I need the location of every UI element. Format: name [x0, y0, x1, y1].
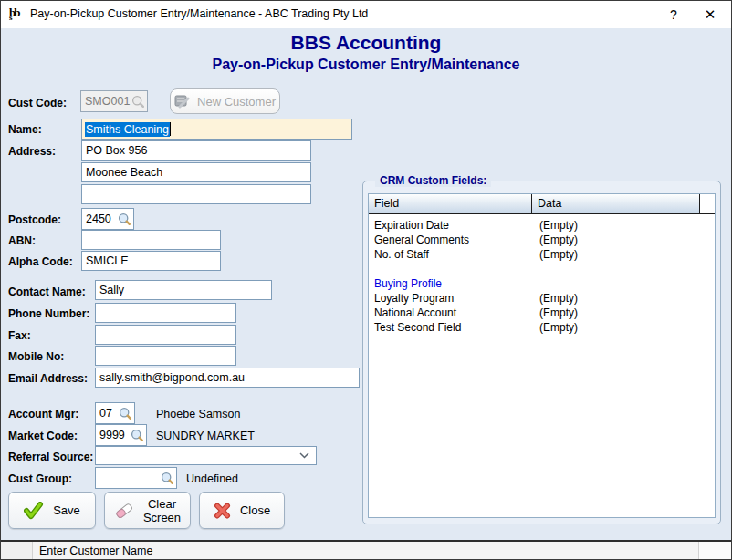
abn-input[interactable]	[81, 230, 221, 250]
crm-table-header: Field Data	[369, 194, 715, 214]
cust-code-label: Cust Code:	[8, 97, 67, 109]
phone-number-input[interactable]	[95, 303, 236, 323]
cust-group-label: Cust Group:	[8, 472, 72, 485]
phone-number-label: Phone Number:	[8, 307, 89, 320]
contact-name-input[interactable]	[95, 280, 272, 300]
email-address-label: Email Address:	[8, 372, 88, 385]
table-row-section-buying-profile[interactable]: Buying Profile	[369, 276, 715, 291]
close-x-icon	[214, 503, 231, 519]
market-code-field[interactable]: 9999	[95, 424, 147, 446]
mobile-no-input[interactable]	[95, 346, 236, 366]
titlebar: bb s Pay-on-Pickup Customer Entry/Mainte…	[1, 1, 731, 28]
eraser-icon	[114, 502, 134, 520]
crm-column-header-data: Data	[532, 194, 700, 213]
market-code-value: 9999	[99, 429, 125, 441]
abn-label: ABN:	[8, 234, 36, 247]
chevron-down-icon	[299, 452, 309, 459]
crm-custom-fields-title: CRM Custom Fields:	[375, 174, 491, 187]
postcode-label: Postcode:	[8, 213, 61, 226]
save-check-icon	[24, 502, 44, 520]
account-mgr-label: Account Mgr:	[8, 408, 78, 420]
cust-group-lookup-magnifier-icon[interactable]	[161, 472, 174, 485]
address-line2-input[interactable]	[81, 162, 311, 182]
alpha-code-input[interactable]	[81, 251, 221, 271]
crm-table-rows: Expiration Date(Empty) General Comments(…	[369, 218, 715, 335]
new-customer-label: New Customer	[197, 95, 276, 109]
account-mgr-display-name: Phoebe Samson	[156, 408, 240, 420]
name-input[interactable]: Smiths Cleaning	[81, 119, 352, 140]
table-row[interactable]: Loyalty Program(Empty)	[369, 291, 715, 306]
table-row[interactable]: Test Second Field(Empty)	[369, 320, 715, 335]
table-row[interactable]: No. of Staff(Empty)	[369, 247, 715, 262]
market-code-lookup-magnifier-icon[interactable]	[131, 429, 144, 442]
market-code-label: Market Code:	[8, 430, 78, 442]
referral-source-label: Referral Source:	[8, 451, 93, 463]
name-selected-text: Smiths Cleaning	[85, 122, 170, 137]
account-mgr-field[interactable]: 07	[95, 402, 135, 424]
name-label: Name:	[8, 123, 42, 136]
help-button[interactable]: ?	[656, 1, 691, 28]
fax-input[interactable]	[95, 325, 236, 345]
window-title: Pay-on-Pickup Customer Entry/Maintenance…	[30, 7, 368, 20]
new-customer-icon	[174, 94, 190, 109]
cust-group-display-name: Undefined	[186, 472, 238, 485]
postcode-lookup-magnifier-icon[interactable]	[118, 213, 131, 226]
cust-code-value: SMO001	[85, 95, 130, 108]
fax-label: Fax:	[8, 329, 31, 342]
crm-column-header-field: Field	[369, 194, 532, 213]
account-mgr-lookup-magnifier-icon[interactable]	[119, 407, 132, 420]
table-row[interactable]: General Comments(Empty)	[369, 233, 715, 247]
app-heading: BBS Accounting	[1, 32, 731, 54]
crm-custom-fields-table: Field Data Expiration Date(Empty) Genera…	[368, 193, 716, 518]
mobile-no-label: Mobile No:	[8, 350, 64, 363]
close-button[interactable]: Close	[199, 492, 285, 529]
clear-screen-button[interactable]: Clear Screen	[104, 492, 191, 529]
app-logo-icon: bb s	[8, 5, 26, 24]
referral-source-dropdown[interactable]	[95, 446, 317, 465]
status-message: Enter Customer Name	[33, 542, 698, 560]
cust-code-field[interactable]: SMO001	[80, 90, 148, 112]
contact-name-label: Contact Name:	[8, 285, 86, 298]
table-row[interactable]: National Account(Empty)	[369, 306, 715, 320]
email-address-input[interactable]	[95, 368, 360, 388]
cust-group-field[interactable]	[95, 467, 177, 489]
postcode-field[interactable]: 2450	[81, 208, 134, 230]
crm-header-gutter	[700, 194, 715, 213]
page-heading: Pay-on-Pickup Customer Entry/Maintenance	[1, 57, 731, 73]
address-line3-input[interactable]	[81, 184, 311, 204]
status-bar-left-segment	[1, 542, 33, 560]
table-row-spacer	[369, 262, 715, 276]
app-window: bb s Pay-on-Pickup Customer Entry/Mainte…	[0, 0, 732, 560]
address-line1-input[interactable]	[81, 140, 311, 161]
status-bar: Enter Customer Name	[1, 540, 731, 560]
status-bar-right-segment	[698, 542, 731, 560]
save-button[interactable]: Save	[8, 492, 96, 529]
address-label: Address:	[8, 145, 56, 158]
cust-code-lookup-magnifier-icon[interactable]	[131, 95, 145, 109]
account-mgr-value: 07	[99, 407, 112, 420]
market-code-display-name: SUNDRY MARKET	[156, 430, 255, 442]
text-caret	[170, 122, 171, 136]
table-row[interactable]: Expiration Date(Empty)	[369, 218, 715, 233]
postcode-value: 2450	[86, 213, 111, 225]
alpha-code-label: Alpha Code:	[8, 255, 73, 268]
new-customer-button[interactable]: New Customer	[170, 88, 280, 114]
window-close-button[interactable]: ✕	[693, 1, 727, 28]
